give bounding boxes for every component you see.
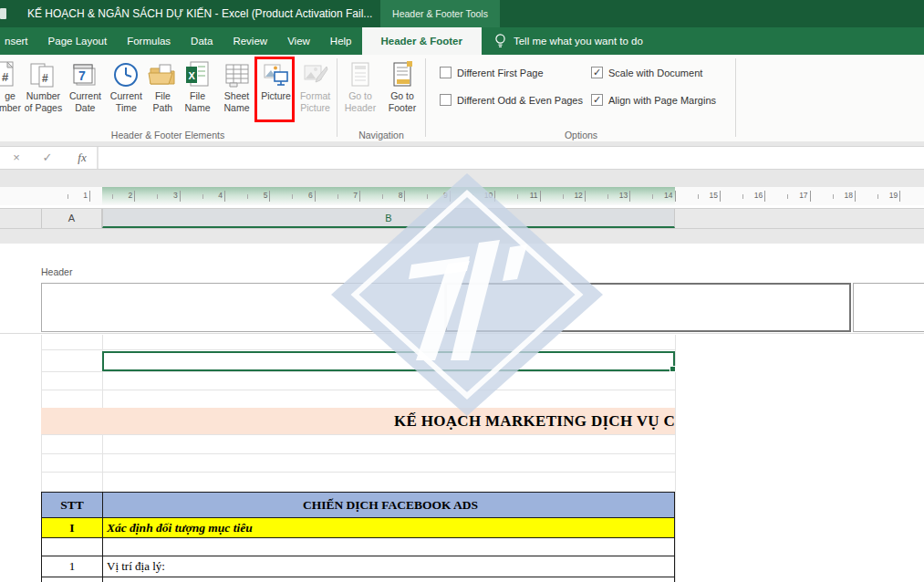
plan-title-cell[interactable]: KẾ HOẠCH MARKETING DỊCH VỤ C	[41, 408, 675, 434]
button-label: Name	[224, 102, 250, 114]
group-divider	[735, 58, 736, 137]
tab-nsert[interactable]: nsert	[0, 27, 38, 55]
checkbox-align-with-page-margins[interactable]: ✓Align with Page Margins	[591, 94, 716, 106]
column-header-b[interactable]: B	[102, 209, 675, 228]
lightbulb-icon	[494, 33, 506, 49]
header-cell-stt[interactable]: STT	[42, 493, 103, 517]
header-cell-campaign[interactable]: CHIẾN DỊCH FACEBOOK ADS	[103, 493, 674, 517]
checkbox-box[interactable]	[440, 94, 452, 106]
formula-controls: × ✓ fx	[0, 147, 99, 169]
tab-help[interactable]: Help	[320, 27, 362, 55]
go-to-header-button: Go toHeader	[339, 55, 381, 135]
sheet-name-button[interactable]: SheetName	[216, 55, 257, 135]
header-box-center[interactable]	[445, 283, 851, 332]
group-header-footer-elements: #gember#Numberof Pages7CurrentDateCurren…	[0, 55, 336, 141]
ruler-minor-tick	[472, 194, 473, 199]
number-of-pages-button[interactable]: #Numberof Pages	[22, 55, 65, 135]
header-box-left[interactable]	[41, 283, 445, 332]
ruler-tick	[134, 191, 135, 202]
table-row	[42, 538, 674, 556]
cell-stt[interactable]: 1	[42, 556, 103, 577]
button-label: Current	[110, 90, 142, 102]
ruler-tick	[450, 191, 451, 202]
ruler-tick	[585, 191, 586, 202]
ruler-tick	[89, 191, 90, 202]
group-label-navigation: Navigation	[339, 130, 423, 140]
cell-stt[interactable]	[42, 538, 103, 556]
go-to-footer-button[interactable]: Go toFooter	[381, 55, 423, 135]
tab-data[interactable]: Data	[181, 27, 223, 55]
ruler-number: 6	[293, 191, 313, 200]
ruler-number: 16	[742, 191, 763, 200]
page-number-button[interactable]: #gember	[0, 55, 22, 135]
checkbox-scale-with-document[interactable]: ✓Scale with Document	[591, 67, 702, 78]
ruler-minor-tick	[427, 194, 428, 199]
current-date-button[interactable]: 7CurrentDate	[65, 55, 106, 135]
current-time-button[interactable]: CurrentTime	[106, 55, 147, 135]
tab-view[interactable]: View	[277, 27, 320, 55]
ruler-minor-tick	[382, 194, 383, 199]
format-picture-button: FormatPicture	[295, 55, 336, 135]
button-label: Header	[345, 102, 376, 114]
enter-icon[interactable]: ✓	[38, 147, 57, 169]
file-path-button[interactable]: FilePath	[147, 55, 179, 135]
tab-page-layout[interactable]: Page Layout	[38, 27, 118, 55]
ruler-number: 17	[788, 191, 808, 200]
ruler-number: 8	[382, 191, 402, 200]
ruler-number: 5	[247, 191, 267, 200]
ruler-minor-tick	[292, 194, 293, 199]
button-label: of Pages	[25, 102, 62, 114]
header-box-right[interactable]	[853, 283, 924, 332]
button-label: Number	[26, 90, 60, 102]
ruler-tick	[629, 191, 630, 202]
go-to-footer-icon	[387, 59, 418, 90]
table-row: 2Độ tuổi	[42, 577, 674, 582]
ruler-number: 13	[607, 191, 628, 200]
campaign-table: STTCHIẾN DỊCH FACEBOOK ADSIXác định đối …	[41, 492, 675, 582]
checkbox-box[interactable]: ✓	[591, 94, 603, 106]
selected-cell[interactable]	[102, 351, 675, 371]
button-label: Time	[116, 102, 137, 114]
formula-bar: × ✓ fx	[0, 146, 924, 170]
ruler-tick	[764, 191, 765, 202]
ruler-minor-tick	[652, 194, 653, 199]
checkbox-box[interactable]: ✓	[591, 67, 603, 78]
checkbox-box[interactable]	[440, 67, 452, 78]
tell-me-box[interactable]: Tell me what you want to do	[494, 27, 643, 55]
cell-content[interactable]: Vị trí địa lý:	[103, 556, 674, 577]
column-header-a[interactable]: A	[41, 209, 102, 228]
ruler-minor-tick	[877, 194, 878, 199]
cell-content[interactable]: Độ tuổi	[103, 577, 674, 582]
checkbox-different-odd-even-pages[interactable]: Different Odd & Even Pages	[440, 94, 583, 106]
cell-stt[interactable]: 2	[42, 577, 103, 582]
cell-content[interactable]: Xác định đối tượng mục tiêu	[103, 518, 674, 537]
header-section-label: Header	[41, 266, 72, 277]
cancel-icon[interactable]: ×	[7, 147, 26, 169]
button-label: File	[155, 90, 171, 102]
ruler-number: 15	[698, 191, 718, 200]
ruler-number: 2	[112, 191, 132, 200]
checkbox-label: Different Odd & Even Pages	[457, 95, 583, 106]
tab-formulas[interactable]: Formulas	[117, 27, 181, 55]
svg-text:X: X	[188, 70, 195, 81]
button-label: mber	[0, 102, 21, 114]
fill-handle[interactable]	[670, 366, 676, 372]
quick-access-fragment-icon	[0, 8, 6, 19]
ruler-minor-tick	[112, 194, 113, 199]
insert-function-icon[interactable]: fx	[73, 147, 91, 169]
clock-icon	[110, 59, 141, 90]
ruler-tick	[315, 191, 316, 202]
cell-content[interactable]	[103, 538, 674, 556]
ruler-tick	[720, 191, 721, 202]
button-label: Go to	[348, 90, 372, 102]
gridline	[41, 371, 675, 372]
checkbox-different-first-page[interactable]: Different First Page	[440, 67, 544, 78]
formula-input[interactable]	[102, 147, 924, 169]
checkbox-label: Different First Page	[457, 68, 544, 78]
cell-stt[interactable]: I	[42, 518, 103, 537]
file-name-button[interactable]: XFileName	[179, 55, 216, 135]
ruler-number: 9	[428, 191, 448, 200]
tab-review[interactable]: Review	[223, 27, 277, 55]
tab-header-footer[interactable]: Header & Footer	[362, 27, 482, 55]
excel-file-icon: X	[182, 59, 213, 90]
